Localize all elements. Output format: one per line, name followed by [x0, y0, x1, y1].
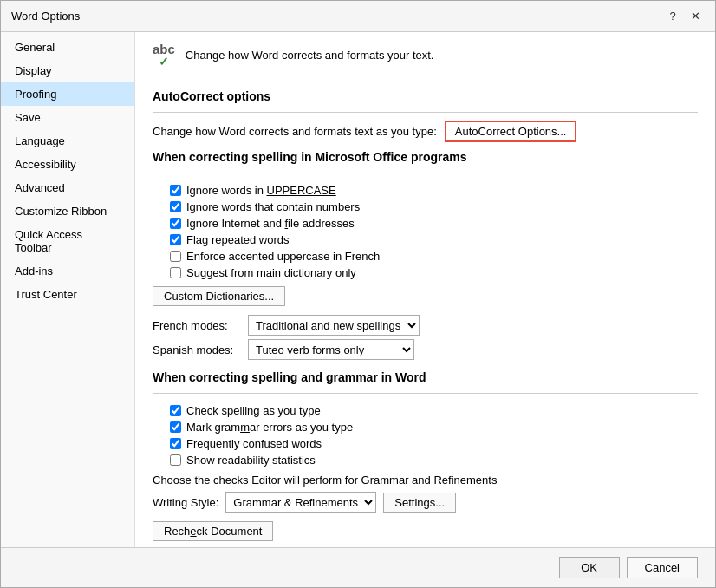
spanish-mode-label: Spanish modes:: [153, 343, 239, 356]
spelling-office-title: When correcting spelling in Microsoft Of…: [153, 150, 698, 164]
dialog-body: GeneralDisplayProofingSaveLanguageAccess…: [1, 32, 715, 547]
custom-dictionaries-button[interactable]: Custom Dictionaries...: [153, 286, 285, 306]
cb3-checkbox[interactable]: [170, 218, 181, 229]
cb6-checkbox[interactable]: [170, 267, 181, 278]
autocorrect-section-title: AutoCorrect options: [153, 89, 698, 103]
title-controls: ? ✕: [663, 7, 705, 26]
cb8-label[interactable]: Mark grammar errors as you type: [170, 419, 698, 435]
cb10-label[interactable]: Show readability statistics: [170, 452, 698, 468]
autocorrect-options-button[interactable]: AutoCorrect Options...: [446, 121, 576, 141]
recheck-btn-text: Recheck Document: [164, 525, 262, 538]
spelling-office-checkboxes: Ignore words in UPPERCASE Ignore words t…: [153, 182, 698, 281]
dialog-footer: OK Cancel: [1, 547, 715, 587]
dialog-title: Word Options: [11, 10, 80, 23]
french-mode-select[interactable]: Traditional and new spellings Traditiona…: [248, 315, 420, 336]
cb3-label[interactable]: Ignore Internet and file addresses: [170, 215, 698, 232]
cb5-text: Enforce accented uppercase in French: [186, 250, 380, 263]
spanish-mode-select[interactable]: Tuteo verb forms only Voseo verb forms o…: [248, 339, 414, 360]
spelling-word-section: When correcting spelling and grammar in …: [153, 370, 698, 545]
cb4-text: Flag repeated words: [186, 233, 290, 246]
autocorrect-row-label: Change how Word corrects and formats tex…: [153, 125, 437, 138]
cb1-checkbox[interactable]: [170, 185, 181, 196]
cb2-label[interactable]: Ignore words that contain numbers: [170, 199, 698, 215]
content-header: abc ✓ Change how Word corrects and forma…: [135, 32, 715, 75]
writing-style-row: Writing Style: Grammar & Refinements Gra…: [153, 492, 698, 513]
cb3-text: Ignore Internet and file addresses: [186, 217, 355, 230]
autocorrect-row: Change how Word corrects and formats tex…: [153, 121, 698, 141]
abc-text: abc: [153, 42, 175, 56]
cb1-label[interactable]: Ignore words in UPPERCASE: [170, 182, 698, 199]
settings-button[interactable]: Settings...: [383, 493, 456, 513]
proofing-icon: abc ✓: [153, 42, 175, 68]
cb10-checkbox[interactable]: [170, 454, 181, 466]
cb1-text: Ignore words in UPPERCASE: [186, 184, 336, 197]
cb8-text: Mark grammar errors as you type: [186, 421, 353, 434]
word-options-dialog: Word Options ? ✕ GeneralDisplayProofingS…: [0, 0, 716, 588]
ok-button[interactable]: OK: [559, 557, 620, 578]
cb9-checkbox[interactable]: [170, 438, 181, 449]
cb5-checkbox[interactable]: [170, 251, 181, 262]
sidebar-item-proofing[interactable]: Proofing: [1, 82, 134, 106]
french-mode-label: French modes:: [153, 319, 239, 332]
cb9-text: Frequently confused words: [186, 437, 322, 450]
spelling-office-section: When correcting spelling in Microsoft Of…: [153, 150, 698, 360]
grammar-note: Choose the checks Editor will perform fo…: [153, 474, 698, 487]
title-bar: Word Options ? ✕: [1, 1, 715, 32]
cb2-checkbox[interactable]: [170, 201, 181, 212]
spanish-mode-row: Spanish modes: Tuteo verb forms only Vos…: [153, 339, 698, 360]
cb7-text: Check spelling as you type: [186, 404, 321, 417]
cancel-button[interactable]: Cancel: [627, 557, 698, 578]
cb10-text: Show readability statistics: [186, 454, 316, 467]
spelling-word-checkboxes: Check spelling as you type Mark grammar …: [153, 402, 698, 468]
sidebar-item-display[interactable]: Display: [1, 59, 134, 82]
sidebar-item-add-ins[interactable]: Add-ins: [1, 259, 134, 283]
cb9-label[interactable]: Frequently confused words: [170, 435, 698, 452]
sidebar-item-customize-ribbon[interactable]: Customize Ribbon: [1, 199, 134, 223]
sidebar-item-trust-center[interactable]: Trust Center: [1, 283, 134, 306]
cb4-label[interactable]: Flag repeated words: [170, 232, 698, 248]
writing-style-select[interactable]: Grammar & Refinements Grammar Only: [225, 492, 376, 513]
checkmark-icon: ✓: [159, 56, 169, 68]
spelling-word-title: When correcting spelling and grammar in …: [153, 370, 698, 384]
cb6-label[interactable]: Suggest from main dictionary only: [170, 265, 698, 281]
sidebar-item-advanced[interactable]: Advanced: [1, 176, 134, 199]
cb5-label[interactable]: Enforce accented uppercase in French: [170, 248, 698, 265]
content-area: abc ✓ Change how Word corrects and forma…: [135, 32, 715, 547]
content-scroll[interactable]: AutoCorrect options Change how Word corr…: [135, 75, 715, 547]
cb8-checkbox[interactable]: [170, 421, 181, 433]
sidebar-item-accessibility[interactable]: Accessibility: [1, 153, 134, 176]
header-description: Change how Word corrects and formats you…: [186, 49, 434, 62]
cb4-checkbox[interactable]: [170, 234, 181, 245]
sidebar-item-save[interactable]: Save: [1, 106, 134, 129]
close-button[interactable]: ✕: [686, 7, 705, 26]
french-mode-row: French modes: Traditional and new spelli…: [153, 315, 698, 336]
cb7-label[interactable]: Check spelling as you type: [170, 402, 698, 419]
cb6-text: Suggest from main dictionary only: [186, 266, 356, 279]
sidebar: GeneralDisplayProofingSaveLanguageAccess…: [1, 32, 135, 547]
cb7-checkbox[interactable]: [170, 405, 181, 416]
cb2-text: Ignore words that contain numbers: [186, 200, 360, 213]
sidebar-item-quick-access-toolbar[interactable]: Quick Access Toolbar: [1, 223, 134, 259]
writing-style-label: Writing Style:: [153, 496, 218, 509]
recheck-document-button[interactable]: Recheck Document: [153, 521, 273, 541]
autocorrect-section: AutoCorrect options Change how Word corr…: [153, 89, 698, 141]
help-button[interactable]: ?: [663, 7, 682, 26]
sidebar-item-general[interactable]: General: [1, 36, 134, 59]
sidebar-item-language[interactable]: Language: [1, 129, 134, 153]
